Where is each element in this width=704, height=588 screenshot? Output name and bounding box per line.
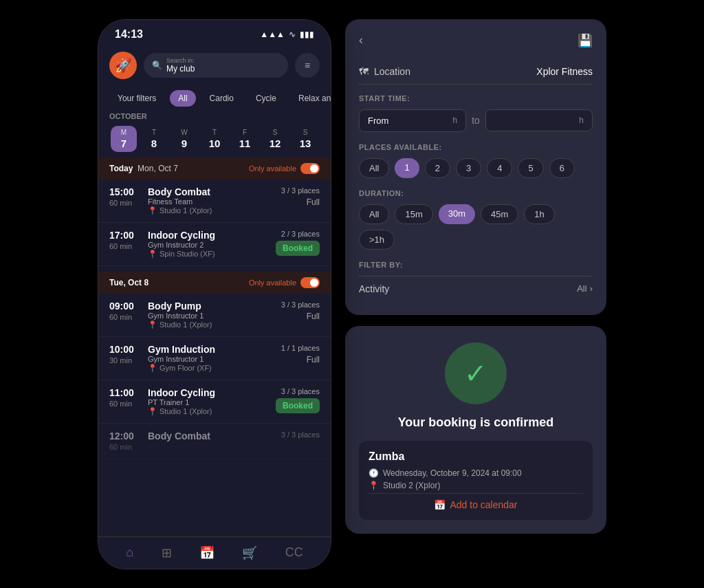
status-booked: Booked	[276, 241, 320, 256]
duration-label: DURATION:	[359, 189, 593, 197]
class-duration-3: 60 min	[109, 313, 140, 321]
class-location-4: 📍 Gym Floor (XF)	[148, 364, 273, 373]
section-date-tue: Tue, Oct 8	[109, 278, 148, 287]
places-3[interactable]: 3	[456, 158, 481, 178]
filters-row: Your filters All Cardio Cycle Relax and …	[98, 85, 331, 112]
back-button[interactable]: ‹	[359, 33, 363, 47]
filter-all[interactable]: All	[170, 90, 195, 107]
toggle-today[interactable]	[300, 163, 320, 174]
class-time-col: 15:00 60 min	[109, 186, 140, 215]
places-4[interactable]: 4	[487, 158, 512, 178]
day-13[interactable]: S 13	[292, 126, 318, 152]
day-letter-t1: T	[152, 129, 156, 136]
class-info-4: Gym Induction Gym Instructor 1 📍 Gym Flo…	[148, 344, 273, 373]
section-date-today: Today Mon, Oct 7	[109, 164, 178, 173]
duration-15m[interactable]: 15m	[395, 204, 432, 224]
class-location-2: 📍 Spin Studio (XF)	[148, 250, 267, 259]
day-9[interactable]: W 9	[171, 126, 197, 152]
day-letter-w: W	[181, 129, 187, 136]
class-indoor-cycling-1[interactable]: 17:00 60 min Indoor Cycling Gym Instruct…	[98, 223, 331, 266]
nav-home[interactable]: ⌂	[126, 545, 133, 560]
nav-cc[interactable]: CC	[285, 545, 303, 560]
filter-relax[interactable]: Relax and stretch	[290, 90, 331, 107]
confirm-location-row: 📍 Studio 2 (Xplor)	[368, 481, 583, 490]
activity-row[interactable]: Activity All ›	[359, 276, 593, 301]
location-name: Xplor Fitness	[536, 66, 593, 77]
class-indoor-cycling-2[interactable]: 11:00 60 min Indoor Cycling PT Trainer 1…	[98, 380, 331, 424]
duration-pill-row: All 15m 30m 45m 1h >1h	[359, 204, 593, 250]
add-calendar-button[interactable]: 📅 Add to calendar	[368, 493, 583, 510]
class-duration-2: 60 min	[109, 242, 140, 250]
battery-icon: ▮▮▮	[300, 30, 314, 39]
places-all[interactable]: All	[359, 158, 389, 178]
nav-cart[interactable]: 🛒	[242, 545, 257, 560]
status-full-2: Full	[307, 312, 320, 321]
map-icon: 🗺	[359, 66, 368, 77]
day-8[interactable]: T 8	[141, 126, 167, 152]
from-label: From	[368, 116, 388, 126]
class-body-combat-2[interactable]: 12:00 60 min Body Combat 3 / 3 places	[98, 424, 331, 459]
activity-label: Activity	[359, 283, 389, 294]
filter-button[interactable]: ≡	[295, 53, 320, 78]
filter-cycle[interactable]: Cycle	[248, 90, 285, 107]
from-input[interactable]: From h	[359, 109, 466, 132]
day-number-8: 8	[151, 138, 157, 149]
class-right: 3 / 3 places Full	[281, 186, 320, 215]
day-10[interactable]: T 10	[201, 126, 228, 152]
day-11[interactable]: F 11	[232, 126, 258, 152]
duration-gt1h[interactable]: >1h	[359, 230, 395, 250]
places-count-4: 1 / 1 places	[281, 344, 320, 352]
toggle-tue[interactable]	[300, 277, 320, 288]
qr-icon: ⊞	[162, 545, 172, 560]
bottom-nav: ⌂ ⊞ 📅 🛒 CC	[98, 536, 331, 569]
wifi-icon: ∿	[289, 30, 296, 39]
section-tue: Tue, Oct 8 Only available	[98, 272, 331, 294]
places-count-5: 3 / 3 places	[281, 387, 320, 395]
places-5[interactable]: 5	[518, 158, 543, 178]
filter-your-filters[interactable]: Your filters	[109, 90, 164, 107]
calendar-icon: 📅	[199, 545, 214, 560]
from-h: h	[452, 116, 457, 125]
class-body-pump[interactable]: 09:00 60 min Body Pump Gym Instructor 1 …	[98, 294, 331, 337]
class-name-5: Indoor Cycling	[148, 387, 267, 398]
nav-calendar[interactable]: 📅	[199, 545, 214, 560]
day-number-13: 13	[300, 138, 311, 149]
class-location-5: 📍 Studio 1 (Xplor)	[148, 407, 267, 416]
class-info: Body Combat Fitness Team 📍 Studio 1 (Xpl…	[148, 186, 273, 215]
class-duration-5: 60 min	[109, 400, 140, 408]
status-full-3: Full	[307, 355, 320, 364]
day-number-11: 11	[239, 138, 251, 149]
places-count-2: 2 / 3 places	[281, 230, 320, 238]
duration-45m[interactable]: 45m	[481, 204, 518, 224]
class-gym-induction[interactable]: 10:00 30 min Gym Induction Gym Instructo…	[98, 337, 331, 380]
class-info-6: Body Combat	[148, 431, 273, 451]
class-info-5: Indoor Cycling PT Trainer 1 📍 Studio 1 (…	[148, 387, 267, 416]
cart-icon: 🛒	[242, 545, 257, 560]
places-6[interactable]: 6	[549, 158, 575, 178]
class-time-6: 12:00	[109, 431, 140, 442]
class-time-col-6: 12:00 60 min	[109, 431, 140, 451]
places-2[interactable]: 2	[425, 158, 450, 178]
class-name-3: Body Pump	[148, 301, 273, 312]
class-right-2: 2 / 3 places Booked	[276, 230, 320, 259]
duration-1h[interactable]: 1h	[524, 204, 554, 224]
day-7[interactable]: M 7	[111, 126, 137, 152]
confirm-class-name: Zumba	[368, 450, 583, 463]
day-12[interactable]: S 12	[262, 126, 288, 152]
to-input[interactable]: h	[485, 109, 593, 131]
filter-cardio[interactable]: Cardio	[201, 90, 242, 107]
nav-qr[interactable]: ⊞	[162, 545, 172, 560]
class-body-combat[interactable]: 15:00 60 min Body Combat Fitness Team 📍 …	[98, 179, 331, 223]
day-number-10: 10	[209, 138, 221, 149]
status-bar: 14:13 ▲▲▲ ∿ ▮▮▮	[98, 20, 331, 46]
day-number-9: 9	[182, 138, 187, 149]
places-1[interactable]: 1	[395, 158, 419, 178]
duration-30m[interactable]: 30m	[439, 204, 475, 224]
save-button[interactable]: 💾	[578, 33, 593, 48]
cc-label: CC	[285, 545, 303, 560]
class-name: Body Combat	[148, 186, 273, 197]
duration-all[interactable]: All	[359, 204, 389, 224]
confirm-datetime-row: 🕐 Wednesday, October 9, 2024 at 09:00	[368, 468, 583, 478]
search-box[interactable]: 🔍 Search in: My club	[144, 53, 288, 78]
class-time-4: 10:00	[109, 344, 140, 355]
